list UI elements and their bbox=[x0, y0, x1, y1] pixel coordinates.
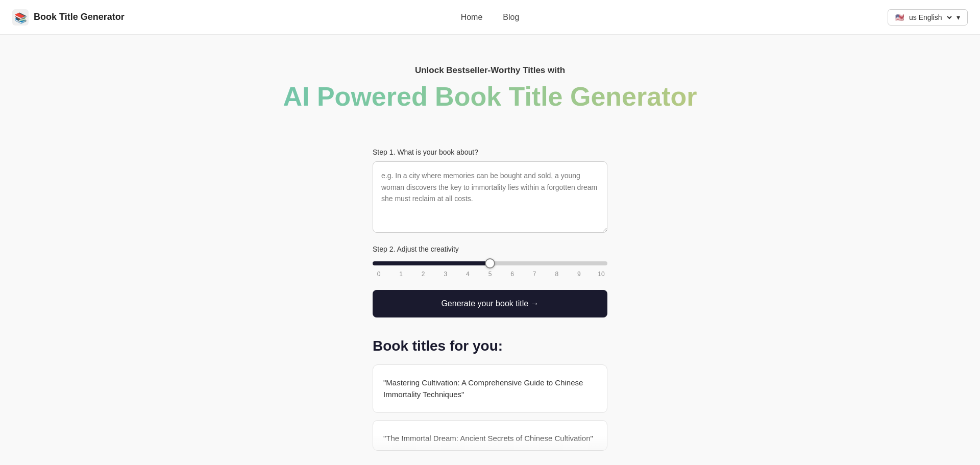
tick-3: 3 bbox=[440, 271, 451, 278]
form-container: Step 1. What is your book about? Step 2.… bbox=[362, 148, 618, 317]
svg-text:📚: 📚 bbox=[14, 12, 27, 24]
tick-5: 5 bbox=[485, 271, 495, 278]
step2-label: Step 2. Adjust the creativity bbox=[373, 245, 607, 253]
tick-2: 2 bbox=[418, 271, 428, 278]
brand-link[interactable]: 📚 Book Title Generator bbox=[12, 9, 125, 26]
result-card-1: "Mastering Cultivation: A Comprehensive … bbox=[373, 364, 607, 413]
language-select[interactable]: us English fr French de German es Spanis… bbox=[907, 13, 953, 22]
result-card-2-text: "The Immortal Dream: Ancient Secrets of … bbox=[383, 433, 597, 445]
step1-label: Step 1. What is your book about? bbox=[373, 148, 607, 156]
results-title: Book titles for you: bbox=[373, 338, 607, 354]
results-section: Book titles for you: "Mastering Cultivat… bbox=[362, 338, 618, 465]
nav-home[interactable]: Home bbox=[461, 13, 483, 22]
tick-7: 7 bbox=[529, 271, 540, 278]
language-selector[interactable]: 🇺🇸 us English fr French de German es Spa… bbox=[888, 9, 968, 26]
brand-title: Book Title Generator bbox=[34, 12, 125, 22]
nav-blog[interactable]: Blog bbox=[503, 13, 519, 22]
result-card-2: "The Immortal Dream: Ancient Secrets of … bbox=[373, 420, 607, 451]
creativity-slider-wrapper: 0 1 2 3 4 5 6 7 8 9 10 bbox=[373, 258, 607, 278]
tick-9: 9 bbox=[574, 271, 584, 278]
result-card-1-text: "Mastering Cultivation: A Comprehensive … bbox=[383, 377, 597, 400]
book-description-textarea[interactable] bbox=[373, 161, 607, 233]
flag-icon: 🇺🇸 bbox=[895, 13, 904, 21]
tick-1: 1 bbox=[396, 271, 406, 278]
hero-section: Unlock Bestseller-Worthy Titles with AI … bbox=[0, 35, 980, 133]
tick-4: 4 bbox=[462, 271, 473, 278]
slider-ticks: 0 1 2 3 4 5 6 7 8 9 10 bbox=[373, 271, 607, 278]
tick-10: 10 bbox=[596, 271, 606, 278]
tick-0: 0 bbox=[374, 271, 384, 278]
generate-button[interactable]: Generate your book title → bbox=[373, 290, 607, 317]
creativity-slider[interactable] bbox=[373, 261, 607, 265]
tick-8: 8 bbox=[552, 271, 562, 278]
chevron-down-icon: ▾ bbox=[957, 13, 960, 21]
navbar: 📚 Book Title Generator Home Blog 🇺🇸 us E… bbox=[0, 0, 980, 35]
brand-icon: 📚 bbox=[12, 9, 29, 26]
hero-subtitle: Unlock Bestseller-Worthy Titles with bbox=[10, 65, 970, 76]
nav-links: Home Blog bbox=[461, 13, 520, 22]
hero-title: AI Powered Book Title Generator bbox=[10, 81, 970, 112]
tick-6: 6 bbox=[507, 271, 518, 278]
